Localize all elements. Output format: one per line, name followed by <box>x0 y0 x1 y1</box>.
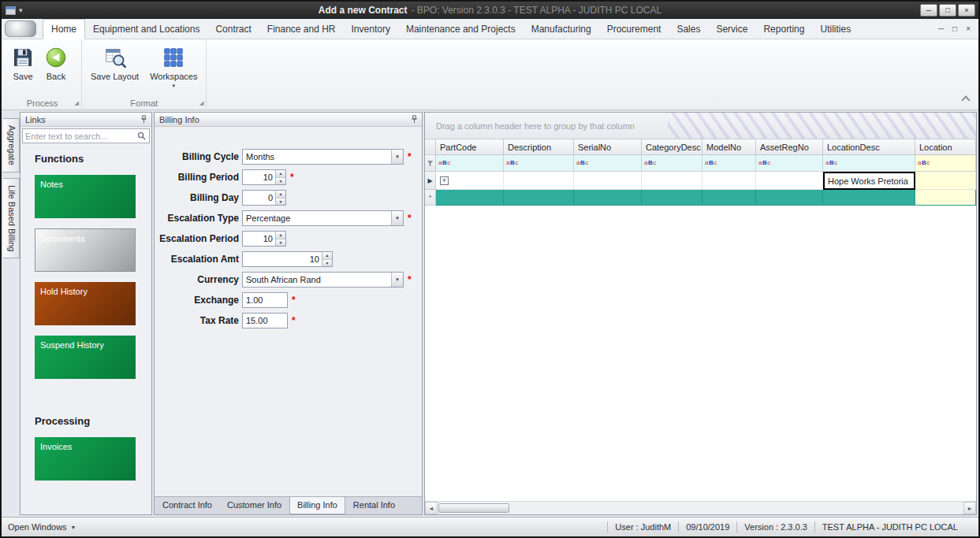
escalation-type-select[interactable]: Percentage ▼ <box>242 210 404 226</box>
tab-customer-info[interactable]: Customer Info <box>220 497 289 514</box>
quick-access-caret-icon[interactable]: ▾ <box>19 6 23 14</box>
filter-cell-partcode[interactable]: aBc <box>436 155 504 172</box>
cell-serialno[interactable] <box>574 172 642 190</box>
new-row-cell-partcode[interactable] <box>436 190 504 206</box>
column-header-assetregno[interactable]: AssetRegNo <box>756 139 823 155</box>
exchange-field[interactable]: 1.00 <box>242 292 288 308</box>
scroll-right-icon[interactable]: ► <box>963 502 976 514</box>
new-row-cell-serialno[interactable] <box>574 190 642 206</box>
scroll-left-icon[interactable]: ◄ <box>425 502 438 514</box>
back-button[interactable]: Back <box>43 45 69 83</box>
documents-button[interactable]: Documents <box>35 228 136 272</box>
spin-down-icon[interactable]: ▼ <box>276 239 285 247</box>
filter-cell-categorydesc[interactable]: aBc <box>642 155 702 172</box>
spin-up-icon[interactable]: ▲ <box>322 252 332 259</box>
app-icon[interactable] <box>6 6 16 15</box>
chevron-down-icon[interactable]: ▼ <box>391 273 403 287</box>
ribbon-tab-finance-and-hr[interactable]: Finance and HR <box>259 20 344 39</box>
chevron-down-icon[interactable]: ▼ <box>391 150 403 164</box>
workspaces-button[interactable]: Workspaces ▾ <box>147 45 199 89</box>
spin-down-icon[interactable]: ▼ <box>322 259 332 267</box>
chevron-down-icon[interactable]: ▼ <box>391 211 403 225</box>
new-row-cell-description[interactable] <box>504 190 574 206</box>
new-row-cell-assetregno[interactable] <box>756 190 823 206</box>
mdi-minimize-icon[interactable]: ─ <box>938 24 944 33</box>
notes-button[interactable]: Notes <box>35 175 136 218</box>
spin-up-icon[interactable]: ▲ <box>276 232 285 239</box>
cell-location[interactable] <box>915 172 976 190</box>
ribbon-tab-procurement[interactable]: Procurement <box>599 20 669 39</box>
ribbon-tab-utilities[interactable]: Utilities <box>812 20 859 39</box>
mdi-restore-icon[interactable]: □ <box>952 24 957 33</box>
filter-cell-modelno[interactable]: aBc <box>702 155 756 172</box>
search-icon[interactable] <box>137 132 146 140</box>
tab-billing-info[interactable]: Billing Info <box>289 497 345 514</box>
ribbon-tab-home[interactable]: Home <box>43 19 85 39</box>
dock-tab-aggregate[interactable]: Aggregate <box>3 118 20 173</box>
ribbon-tab-contract[interactable]: Contract <box>207 20 259 39</box>
cell-categorydesc[interactable] <box>642 172 702 190</box>
cell-locationdesc-focused[interactable]: Hope Works Pretoria <box>823 172 915 190</box>
restore-button[interactable]: □ <box>939 4 956 17</box>
open-windows-dropdown[interactable]: Open Windows ▼ <box>8 522 76 532</box>
ribbon-tab-service[interactable]: Service <box>708 20 755 39</box>
escalation-period-stepper[interactable]: 10 ▲▼ <box>242 231 286 247</box>
column-header-location[interactable]: Location <box>915 139 976 155</box>
billing-period-stepper[interactable]: 10 ▲▼ <box>242 169 286 185</box>
ribbon-tab-equipment-and-locations[interactable]: Equipment and Locations <box>85 20 207 39</box>
escalation-amt-stepper[interactable]: 10 ▲▼ <box>242 251 333 267</box>
spin-up-icon[interactable]: ▲ <box>276 191 285 198</box>
ribbon-tab-sales[interactable]: Sales <box>669 20 708 39</box>
column-header-modelno[interactable]: ModelNo <box>702 139 756 155</box>
currency-select[interactable]: South African Rand ▼ <box>242 272 404 288</box>
spin-down-icon[interactable]: ▼ <box>276 198 285 206</box>
new-row-cell-modelno[interactable] <box>702 190 756 206</box>
mdi-close-icon[interactable]: × <box>966 24 971 33</box>
billing-cycle-select[interactable]: Months ▼ <box>242 149 404 165</box>
cell-assetregno[interactable] <box>756 172 823 190</box>
filter-cell-location[interactable]: aBc <box>915 155 976 172</box>
tab-contract-info[interactable]: Contract Info <box>155 497 219 514</box>
billing-day-stepper[interactable]: 0 ▲▼ <box>242 190 286 206</box>
column-header-description[interactable]: Description <box>504 139 574 155</box>
pin-icon[interactable] <box>410 115 419 124</box>
hold-history-button[interactable]: Hold History <box>35 282 136 325</box>
cell-description[interactable] <box>504 172 574 190</box>
save-button[interactable]: Save <box>9 45 36 83</box>
horizontal-scrollbar[interactable]: ◄ ► <box>425 501 976 514</box>
ribbon-collapse-icon[interactable] <box>961 95 970 104</box>
column-header-categorydesc[interactable]: CategoryDesc <box>642 139 702 155</box>
search-input[interactable] <box>25 132 137 141</box>
expand-row-icon[interactable]: + <box>440 176 449 185</box>
filter-cell-description[interactable]: aBc <box>504 155 574 172</box>
ribbon-tab-maintenance-and-projects[interactable]: Maintenance and Projects <box>398 20 524 39</box>
ribbon-tab-manufacturing[interactable]: Manufacturing <box>524 20 599 39</box>
tax-rate-field[interactable]: 15.00 <box>242 313 288 328</box>
close-button[interactable]: × <box>958 4 975 17</box>
new-row-cell-locationdesc[interactable] <box>823 190 915 206</box>
filter-cell-assetregno[interactable]: aBc <box>756 155 823 172</box>
ribbon-tab-reporting[interactable]: Reporting <box>755 20 812 39</box>
new-row-cell-categorydesc[interactable] <box>642 190 702 206</box>
minimize-button[interactable]: ─ <box>920 4 937 17</box>
column-header-partcode[interactable]: PartCode <box>436 139 504 155</box>
dock-tab-life-based-billing[interactable]: Life Based Billing <box>3 178 20 258</box>
ribbon-tab-inventory[interactable]: Inventory <box>344 20 398 39</box>
column-header-locationdesc[interactable]: LocationDesc <box>823 139 915 155</box>
save-layout-button[interactable]: Save Layout <box>88 45 141 83</box>
group-by-area[interactable]: Drag a column header here to group by th… <box>425 113 976 139</box>
pin-icon[interactable] <box>140 115 148 124</box>
column-header-serialno[interactable]: SerialNo <box>574 139 642 155</box>
dialog-launcher-icon[interactable]: ◢ <box>75 100 79 106</box>
grid-data-row[interactable]: ▶ + Hope Works Pretoria <box>425 172 976 190</box>
spin-down-icon[interactable]: ▼ <box>276 177 285 185</box>
filter-cell-serialno[interactable]: aBc <box>574 155 642 172</box>
filter-cell-locationdesc[interactable]: aBc <box>823 155 915 172</box>
spin-up-icon[interactable]: ▲ <box>276 170 285 177</box>
invoices-button[interactable]: Invoices <box>35 437 136 480</box>
cell-modelno[interactable] <box>702 172 756 190</box>
cell-partcode[interactable]: + <box>436 172 504 190</box>
scrollbar-thumb[interactable] <box>438 503 509 513</box>
suspend-history-button[interactable]: Suspend History <box>35 336 136 379</box>
tab-rental-info[interactable]: Rental Info <box>346 497 402 514</box>
